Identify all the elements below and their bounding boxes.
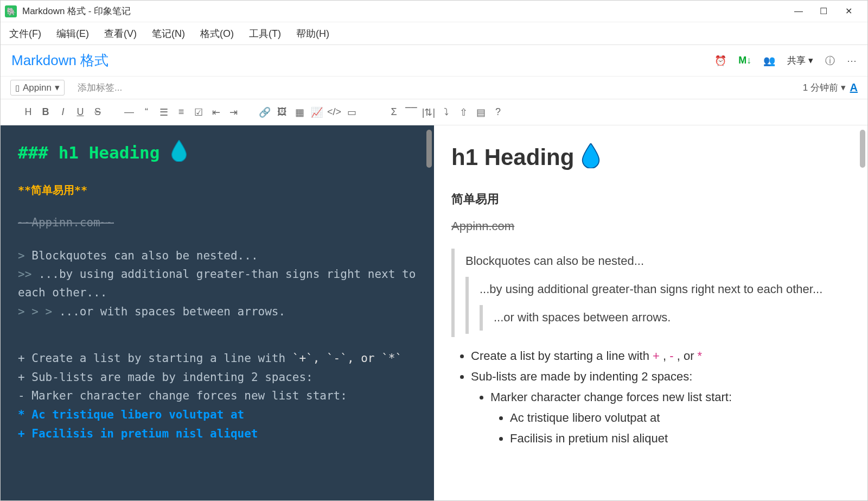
heading-icon[interactable]: H bbox=[21, 105, 35, 119]
md-li-4: * Ac tristique libero volutpat at bbox=[18, 408, 244, 421]
menu-view[interactable]: 查看(V) bbox=[104, 27, 137, 40]
preview-blockquote-nested: ...by using additional greater-than sign… bbox=[465, 277, 850, 333]
water-drop-icon bbox=[580, 143, 601, 168]
bullet-list-icon[interactable]: ☰ bbox=[157, 105, 171, 119]
underline-icon[interactable]: U bbox=[73, 105, 87, 119]
share-button[interactable]: 共享 ▾ bbox=[787, 54, 813, 67]
notebook-selector[interactable]: ▯ Appinn ▾ bbox=[10, 80, 65, 96]
preview-strike: Appinn.com bbox=[451, 217, 850, 236]
updated-timestamp: 1 分钟前 ▾ bbox=[803, 81, 846, 94]
window-controls: — ☐ ✕ bbox=[794, 7, 853, 16]
attachment-icon[interactable]: ▭ bbox=[344, 105, 359, 119]
toc-icon[interactable]: ⇧ bbox=[456, 105, 470, 119]
editor-scrollbar[interactable] bbox=[426, 130, 432, 168]
help-icon[interactable]: ? bbox=[491, 105, 505, 119]
list-item: Facilisis in pretium nisl aliquet bbox=[510, 429, 850, 448]
image-icon[interactable]: 🖼 bbox=[275, 105, 289, 119]
list-item: Sub-lists are made by indenting 2 spaces… bbox=[471, 367, 850, 448]
flowchart-icon[interactable]: ⎺⎺ bbox=[404, 105, 418, 119]
more-actions-icon[interactable]: ⋯ bbox=[847, 55, 857, 67]
code-icon[interactable]: </> bbox=[327, 105, 341, 119]
info-icon[interactable]: ⓘ bbox=[825, 54, 835, 67]
collaborators-icon[interactable]: 👥 bbox=[763, 55, 775, 67]
list-item: Ac tristique libero volutpat at bbox=[510, 409, 850, 427]
md-li-1: Create a list by starting a line with bbox=[31, 352, 285, 365]
hr-icon[interactable]: — bbox=[122, 105, 136, 119]
md-heading-text: h1 Heading bbox=[59, 143, 160, 162]
preview-icon[interactable]: ▤ bbox=[474, 105, 488, 119]
md-li-1-code: `+`, `-`, or `*` bbox=[292, 352, 402, 365]
preview-heading: h1 Heading bbox=[451, 139, 850, 175]
number-list-icon[interactable]: ≡ bbox=[174, 105, 188, 119]
menu-edit[interactable]: 编辑(E) bbox=[56, 27, 89, 40]
menu-tools[interactable]: 工具(T) bbox=[249, 27, 281, 40]
menu-format[interactable]: 格式(O) bbox=[200, 27, 234, 40]
chart-icon[interactable]: 📈 bbox=[310, 105, 324, 119]
app-icon: 🐘 bbox=[5, 5, 17, 17]
gantt-icon[interactable]: ⤵ bbox=[439, 105, 453, 119]
text-style-icon[interactable]: A bbox=[850, 81, 858, 94]
link-icon[interactable]: 🔗 bbox=[258, 105, 272, 119]
md-blockquote-2: ...by using additional greater-than sign… bbox=[18, 268, 416, 299]
md-li-3: Marker character change forces new list … bbox=[31, 389, 347, 402]
list-item: Create a list by starting a line with + … bbox=[471, 347, 850, 365]
format-toolbar: H B I U S — “ ☰ ≡ ☑ ⇤ ⇥ 🔗 🖼 ▦ 📈 </> ▭ Σ … bbox=[1, 99, 867, 125]
list-item: Marker character change forces new list … bbox=[490, 388, 850, 448]
maximize-button[interactable]: ☐ bbox=[819, 7, 828, 16]
checklist-icon[interactable]: ☑ bbox=[192, 105, 206, 119]
md-bold-line: **简单易用** bbox=[18, 183, 87, 196]
markdown-editor[interactable]: ### h1 Heading **简单易用** ~~Appinn.com~~ >… bbox=[1, 125, 434, 500]
preview-blockquote-nested-2: ...or with spaces between arrows. bbox=[480, 305, 850, 330]
md-strike-line: ~~Appinn.com~~ bbox=[18, 216, 114, 229]
indent-icon[interactable]: ⇥ bbox=[226, 105, 240, 119]
close-button[interactable]: ✕ bbox=[844, 7, 853, 16]
tag-row: ▯ Appinn ▾ 添加标签... 1 分钟前 ▾ A bbox=[1, 77, 867, 99]
markdown-preview: h1 Heading 简单易用 Appinn.com Blockquotes c… bbox=[434, 125, 867, 500]
reminder-icon[interactable]: ⏰ bbox=[714, 55, 726, 67]
preview-bold: 简单易用 bbox=[451, 190, 850, 208]
menubar: 文件(F) 编辑(E) 查看(V) 笔记(N) 格式(O) 工具(T) 帮助(H… bbox=[1, 22, 867, 45]
note-title[interactable]: Markdown 格式 bbox=[11, 51, 714, 70]
menu-file[interactable]: 文件(F) bbox=[9, 27, 41, 40]
notebook-icon: ▯ bbox=[15, 83, 20, 93]
outdent-icon[interactable]: ⇤ bbox=[209, 105, 223, 119]
note-header: Markdown 格式 ⏰ M↓ 👥 共享 ▾ ⓘ ⋯ bbox=[1, 45, 867, 77]
window-title: Markdown 格式 - 印象笔记 bbox=[22, 5, 794, 17]
sequence-icon[interactable]: |⇅| bbox=[422, 105, 436, 119]
preview-scrollbar[interactable] bbox=[860, 130, 865, 168]
water-drop-icon bbox=[170, 140, 188, 162]
chevron-down-icon: ▾ bbox=[55, 82, 60, 93]
preview-list: Create a list by starting a line with + … bbox=[451, 347, 850, 448]
titlebar: 🐘 Markdown 格式 - 印象笔记 — ☐ ✕ bbox=[1, 1, 867, 22]
formula-icon[interactable]: Σ bbox=[387, 105, 401, 119]
menu-help[interactable]: 帮助(H) bbox=[296, 27, 329, 40]
strike-icon[interactable]: S bbox=[91, 105, 105, 119]
md-li-5: + Facilisis in pretium nisl aliquet bbox=[18, 427, 258, 440]
preview-blockquote: Blockquotes can also be nested... ...by … bbox=[451, 249, 850, 337]
md-blockquote-3: ...or with spaces between arrows. bbox=[59, 305, 285, 318]
notebook-name: Appinn bbox=[23, 83, 52, 93]
bold-icon[interactable]: B bbox=[39, 105, 53, 119]
table-icon[interactable]: ▦ bbox=[292, 105, 307, 119]
add-tag-input[interactable]: 添加标签... bbox=[78, 81, 122, 94]
italic-icon[interactable]: I bbox=[56, 105, 70, 119]
menu-note[interactable]: 笔记(N) bbox=[152, 27, 185, 40]
md-li-2: Sub-lists are made by indenting 2 spaces… bbox=[31, 371, 312, 384]
md-blockquote-1: Blockquotes can also be nested... bbox=[31, 249, 258, 262]
minimize-button[interactable]: — bbox=[794, 7, 803, 16]
md-heading-mark: ### bbox=[18, 143, 48, 162]
content-split: ### h1 Heading **简单易用** ~~Appinn.com~~ >… bbox=[1, 125, 867, 500]
markdown-mode-icon[interactable]: M↓ bbox=[738, 55, 751, 66]
quote-icon[interactable]: “ bbox=[139, 105, 154, 119]
